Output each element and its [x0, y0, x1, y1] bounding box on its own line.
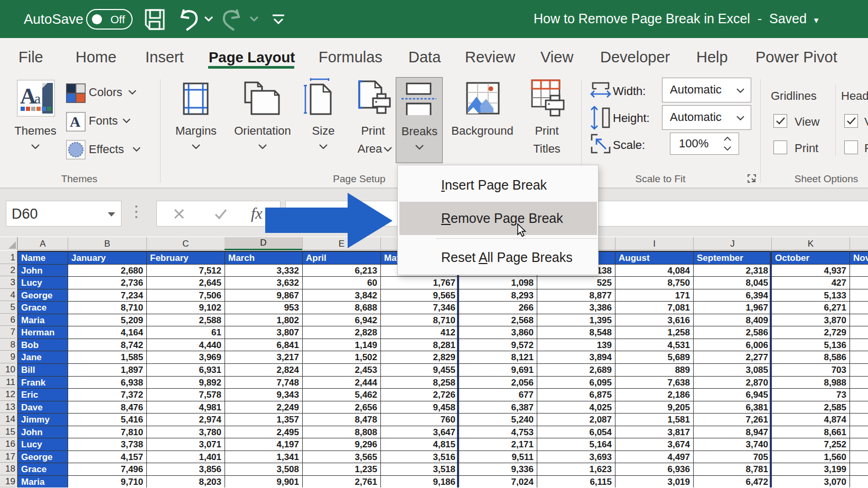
svg-text:a: a: [34, 91, 41, 107]
svg-text:A: A: [70, 114, 81, 130]
